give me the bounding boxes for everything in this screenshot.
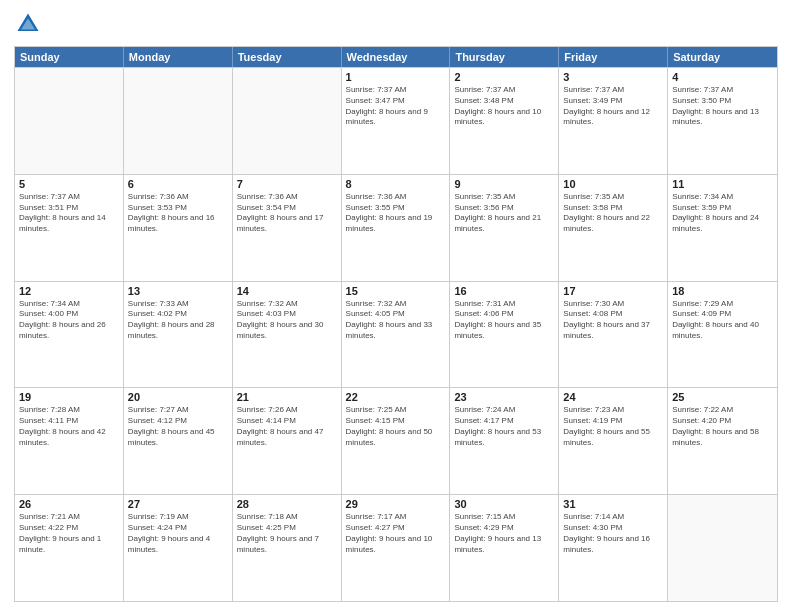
day-cell-7: 7Sunrise: 7:36 AM Sunset: 3:54 PM Daylig… xyxy=(233,175,342,281)
day-cell-5: 5Sunrise: 7:37 AM Sunset: 3:51 PM Daylig… xyxy=(15,175,124,281)
calendar-row-2: 12Sunrise: 7:34 AM Sunset: 4:00 PM Dayli… xyxy=(15,281,777,388)
day-info: Sunrise: 7:37 AM Sunset: 3:47 PM Dayligh… xyxy=(346,85,446,128)
calendar-row-1: 5Sunrise: 7:37 AM Sunset: 3:51 PM Daylig… xyxy=(15,174,777,281)
empty-cell xyxy=(124,68,233,174)
day-info: Sunrise: 7:32 AM Sunset: 4:03 PM Dayligh… xyxy=(237,299,337,342)
day-number: 12 xyxy=(19,285,119,297)
day-cell-19: 19Sunrise: 7:28 AM Sunset: 4:11 PM Dayli… xyxy=(15,388,124,494)
day-info: Sunrise: 7:36 AM Sunset: 3:54 PM Dayligh… xyxy=(237,192,337,235)
day-cell-12: 12Sunrise: 7:34 AM Sunset: 4:00 PM Dayli… xyxy=(15,282,124,388)
day-number: 15 xyxy=(346,285,446,297)
header xyxy=(14,10,778,38)
day-number: 6 xyxy=(128,178,228,190)
day-number: 13 xyxy=(128,285,228,297)
day-number: 5 xyxy=(19,178,119,190)
day-info: Sunrise: 7:35 AM Sunset: 3:56 PM Dayligh… xyxy=(454,192,554,235)
day-cell-20: 20Sunrise: 7:27 AM Sunset: 4:12 PM Dayli… xyxy=(124,388,233,494)
day-number: 26 xyxy=(19,498,119,510)
day-info: Sunrise: 7:36 AM Sunset: 3:55 PM Dayligh… xyxy=(346,192,446,235)
day-cell-25: 25Sunrise: 7:22 AM Sunset: 4:20 PM Dayli… xyxy=(668,388,777,494)
header-cell-sunday: Sunday xyxy=(15,47,124,67)
day-cell-28: 28Sunrise: 7:18 AM Sunset: 4:25 PM Dayli… xyxy=(233,495,342,601)
day-number: 28 xyxy=(237,498,337,510)
calendar-header: SundayMondayTuesdayWednesdayThursdayFrid… xyxy=(15,47,777,67)
day-number: 4 xyxy=(672,71,773,83)
day-cell-22: 22Sunrise: 7:25 AM Sunset: 4:15 PM Dayli… xyxy=(342,388,451,494)
day-cell-23: 23Sunrise: 7:24 AM Sunset: 4:17 PM Dayli… xyxy=(450,388,559,494)
day-cell-4: 4Sunrise: 7:37 AM Sunset: 3:50 PM Daylig… xyxy=(668,68,777,174)
day-number: 17 xyxy=(563,285,663,297)
day-cell-2: 2Sunrise: 7:37 AM Sunset: 3:48 PM Daylig… xyxy=(450,68,559,174)
day-number: 11 xyxy=(672,178,773,190)
day-info: Sunrise: 7:32 AM Sunset: 4:05 PM Dayligh… xyxy=(346,299,446,342)
day-info: Sunrise: 7:25 AM Sunset: 4:15 PM Dayligh… xyxy=(346,405,446,448)
day-number: 1 xyxy=(346,71,446,83)
day-info: Sunrise: 7:30 AM Sunset: 4:08 PM Dayligh… xyxy=(563,299,663,342)
day-number: 2 xyxy=(454,71,554,83)
day-cell-15: 15Sunrise: 7:32 AM Sunset: 4:05 PM Dayli… xyxy=(342,282,451,388)
day-cell-6: 6Sunrise: 7:36 AM Sunset: 3:53 PM Daylig… xyxy=(124,175,233,281)
day-number: 8 xyxy=(346,178,446,190)
day-cell-21: 21Sunrise: 7:26 AM Sunset: 4:14 PM Dayli… xyxy=(233,388,342,494)
day-number: 30 xyxy=(454,498,554,510)
header-cell-wednesday: Wednesday xyxy=(342,47,451,67)
day-cell-17: 17Sunrise: 7:30 AM Sunset: 4:08 PM Dayli… xyxy=(559,282,668,388)
day-info: Sunrise: 7:15 AM Sunset: 4:29 PM Dayligh… xyxy=(454,512,554,555)
day-info: Sunrise: 7:27 AM Sunset: 4:12 PM Dayligh… xyxy=(128,405,228,448)
day-info: Sunrise: 7:34 AM Sunset: 4:00 PM Dayligh… xyxy=(19,299,119,342)
day-info: Sunrise: 7:31 AM Sunset: 4:06 PM Dayligh… xyxy=(454,299,554,342)
day-cell-13: 13Sunrise: 7:33 AM Sunset: 4:02 PM Dayli… xyxy=(124,282,233,388)
day-info: Sunrise: 7:37 AM Sunset: 3:50 PM Dayligh… xyxy=(672,85,773,128)
day-number: 29 xyxy=(346,498,446,510)
day-info: Sunrise: 7:36 AM Sunset: 3:53 PM Dayligh… xyxy=(128,192,228,235)
day-info: Sunrise: 7:26 AM Sunset: 4:14 PM Dayligh… xyxy=(237,405,337,448)
day-number: 18 xyxy=(672,285,773,297)
day-info: Sunrise: 7:34 AM Sunset: 3:59 PM Dayligh… xyxy=(672,192,773,235)
day-info: Sunrise: 7:29 AM Sunset: 4:09 PM Dayligh… xyxy=(672,299,773,342)
header-cell-saturday: Saturday xyxy=(668,47,777,67)
day-info: Sunrise: 7:37 AM Sunset: 3:48 PM Dayligh… xyxy=(454,85,554,128)
day-number: 3 xyxy=(563,71,663,83)
day-info: Sunrise: 7:37 AM Sunset: 3:51 PM Dayligh… xyxy=(19,192,119,235)
day-cell-1: 1Sunrise: 7:37 AM Sunset: 3:47 PM Daylig… xyxy=(342,68,451,174)
empty-cell xyxy=(233,68,342,174)
day-cell-24: 24Sunrise: 7:23 AM Sunset: 4:19 PM Dayli… xyxy=(559,388,668,494)
calendar-row-0: 1Sunrise: 7:37 AM Sunset: 3:47 PM Daylig… xyxy=(15,67,777,174)
day-cell-16: 16Sunrise: 7:31 AM Sunset: 4:06 PM Dayli… xyxy=(450,282,559,388)
day-number: 21 xyxy=(237,391,337,403)
header-cell-thursday: Thursday xyxy=(450,47,559,67)
day-cell-31: 31Sunrise: 7:14 AM Sunset: 4:30 PM Dayli… xyxy=(559,495,668,601)
header-cell-tuesday: Tuesday xyxy=(233,47,342,67)
day-cell-30: 30Sunrise: 7:15 AM Sunset: 4:29 PM Dayli… xyxy=(450,495,559,601)
day-cell-18: 18Sunrise: 7:29 AM Sunset: 4:09 PM Dayli… xyxy=(668,282,777,388)
day-cell-14: 14Sunrise: 7:32 AM Sunset: 4:03 PM Dayli… xyxy=(233,282,342,388)
day-info: Sunrise: 7:14 AM Sunset: 4:30 PM Dayligh… xyxy=(563,512,663,555)
day-number: 19 xyxy=(19,391,119,403)
day-number: 23 xyxy=(454,391,554,403)
day-info: Sunrise: 7:21 AM Sunset: 4:22 PM Dayligh… xyxy=(19,512,119,555)
calendar-row-3: 19Sunrise: 7:28 AM Sunset: 4:11 PM Dayli… xyxy=(15,387,777,494)
page: SundayMondayTuesdayWednesdayThursdayFrid… xyxy=(0,0,792,612)
calendar-row-4: 26Sunrise: 7:21 AM Sunset: 4:22 PM Dayli… xyxy=(15,494,777,601)
logo-icon xyxy=(14,10,42,38)
empty-cell xyxy=(668,495,777,601)
day-info: Sunrise: 7:18 AM Sunset: 4:25 PM Dayligh… xyxy=(237,512,337,555)
day-number: 16 xyxy=(454,285,554,297)
day-info: Sunrise: 7:28 AM Sunset: 4:11 PM Dayligh… xyxy=(19,405,119,448)
day-number: 7 xyxy=(237,178,337,190)
day-info: Sunrise: 7:37 AM Sunset: 3:49 PM Dayligh… xyxy=(563,85,663,128)
day-number: 9 xyxy=(454,178,554,190)
day-number: 22 xyxy=(346,391,446,403)
day-info: Sunrise: 7:23 AM Sunset: 4:19 PM Dayligh… xyxy=(563,405,663,448)
day-cell-10: 10Sunrise: 7:35 AM Sunset: 3:58 PM Dayli… xyxy=(559,175,668,281)
header-cell-monday: Monday xyxy=(124,47,233,67)
day-number: 25 xyxy=(672,391,773,403)
day-number: 10 xyxy=(563,178,663,190)
day-cell-26: 26Sunrise: 7:21 AM Sunset: 4:22 PM Dayli… xyxy=(15,495,124,601)
day-number: 31 xyxy=(563,498,663,510)
day-number: 14 xyxy=(237,285,337,297)
day-number: 24 xyxy=(563,391,663,403)
day-info: Sunrise: 7:33 AM Sunset: 4:02 PM Dayligh… xyxy=(128,299,228,342)
day-cell-29: 29Sunrise: 7:17 AM Sunset: 4:27 PM Dayli… xyxy=(342,495,451,601)
header-cell-friday: Friday xyxy=(559,47,668,67)
